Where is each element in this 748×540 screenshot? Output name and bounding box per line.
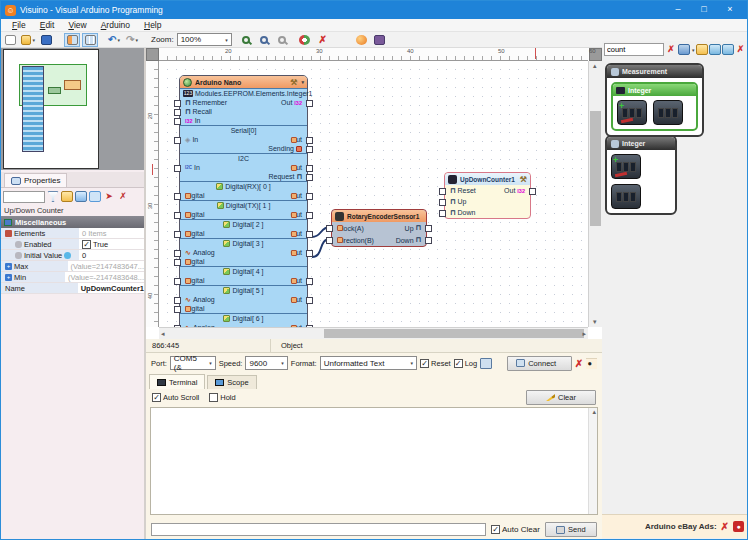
horizontal-scroll-thumb[interactable] [324, 329, 584, 338]
pin-digital[interactable]: Digital [185, 305, 204, 312]
new-project-button[interactable] [2, 33, 18, 47]
property-value[interactable]: (Value=2147483647... [68, 262, 144, 271]
pin-sending[interactable]: Sending [268, 145, 302, 152]
undo-button[interactable]: ↶▾ [106, 33, 122, 47]
speed-combobox[interactable]: 9600▾ [245, 356, 287, 370]
property-row-enabled[interactable]: Enabled✓True [1, 239, 144, 250]
rotary-header[interactable]: RotaryEncoderSensor1 [332, 210, 426, 222]
true-checkbox[interactable]: ✓ [82, 240, 91, 249]
rotary-encoder-block[interactable]: RotaryEncoderSensor1 Clock(A) Up⊓ Direct… [331, 209, 427, 247]
save-project-button[interactable] [38, 33, 54, 47]
arduino-settings-wrench-icon[interactable]: ⚒ [290, 78, 297, 87]
horizontal-scrollbar[interactable]: ◂ ▸ [159, 327, 588, 339]
screenshot-button[interactable] [372, 33, 388, 47]
pin-out[interactable]: Out [291, 277, 302, 284]
menu-view[interactable]: View [61, 20, 93, 30]
tab-terminal[interactable]: Terminal [149, 374, 205, 389]
updown-counter-component-tile[interactable]: + [617, 100, 647, 125]
scroll-left-icon[interactable]: ◂ [161, 330, 165, 338]
auto-clear-checkbox[interactable]: ✓Auto Clear [491, 525, 540, 534]
pin-reset[interactable]: ⊓Reset [450, 187, 476, 195]
clear-button[interactable]: Clear [526, 390, 596, 405]
property-row-min[interactable]: +Min(Value=-2147483648... [1, 272, 144, 283]
scroll-down-icon[interactable]: ▾ [593, 318, 597, 326]
send-button[interactable]: Send [545, 522, 597, 537]
terminal-scrollbar[interactable]: ▴ [588, 408, 597, 514]
counter-header[interactable]: UpDownCounter1 ⚒ [445, 173, 530, 185]
zoom-reset-button[interactable] [274, 33, 290, 47]
property-value[interactable]: UpDownCounter1 [78, 284, 144, 293]
property-value[interactable]: 0 [79, 251, 144, 260]
property-row-initial-value[interactable]: Initial Value0 [1, 250, 144, 261]
open-project-button[interactable]: ▾ [20, 33, 36, 47]
menu-file[interactable]: File [5, 20, 33, 30]
stop-ads-icon[interactable]: ● [733, 521, 744, 532]
arduino-nano-block[interactable]: Arduino Nano ⚒ ▾ 123Modules.EEPROM.Eleme… [179, 75, 308, 327]
property-value[interactable]: 0 Items [79, 229, 144, 238]
property-value[interactable]: ✓True [79, 240, 144, 249]
collapse-categories-icon[interactable] [722, 44, 734, 55]
pin-clock-a[interactable]: Clock(A) [337, 225, 364, 232]
property-row-name[interactable]: NameUpDownCounter1 [1, 283, 144, 294]
property-filter-input[interactable] [3, 191, 45, 203]
connect-button[interactable]: Connect [507, 356, 571, 371]
tab-object[interactable]: Object [271, 341, 313, 350]
pin-remember[interactable]: ⊓Remember [185, 99, 227, 107]
port-combobox[interactable]: COM5 (&▾ [170, 356, 216, 370]
property-value[interactable]: (Value=-2147483648... [65, 273, 144, 282]
arduino-dropdown-icon[interactable]: ▾ [301, 79, 304, 85]
refresh-button[interactable] [297, 33, 313, 47]
measurement-group-header[interactable]: Measurement [607, 65, 702, 78]
log-viewer-icon[interactable] [480, 358, 492, 369]
pin-down[interactable]: ⊓Down [450, 209, 475, 217]
scroll-right-icon[interactable]: ▸ [582, 330, 586, 338]
expand-categories-icon[interactable] [709, 44, 721, 55]
pin-digital[interactable]: Digital [185, 230, 204, 237]
pin-out[interactable]: Out [291, 192, 302, 199]
disconnect-x-icon[interactable]: ✗ [575, 358, 583, 369]
filter-user-icon[interactable] [678, 44, 690, 55]
web-help-button[interactable] [354, 33, 370, 47]
pin-direction-b[interactable]: Direction(B) [337, 237, 374, 244]
pin-up[interactable]: ⊓Up [450, 198, 466, 206]
pin-icon[interactable]: ➤ [103, 191, 115, 202]
menu-help[interactable]: Help [137, 20, 168, 30]
collapse-all-icon[interactable] [75, 191, 87, 202]
design-canvas[interactable]: Arduino Nano ⚒ ▾ 123Modules.EEPROM.Eleme… [159, 61, 588, 327]
redo-button[interactable]: ↷▾ [124, 33, 140, 47]
pin-recall[interactable]: ⊓Recall [185, 108, 212, 116]
component-search-input[interactable] [604, 43, 664, 56]
integer-group-header[interactable]: Integer [607, 137, 675, 150]
clear-filter-x-icon[interactable]: ✗ [117, 191, 129, 202]
pin-out[interactable]: Out [291, 249, 302, 256]
reset-checkbox[interactable]: ✓Reset [420, 359, 451, 368]
expand-all-icon[interactable] [61, 191, 73, 202]
counter-component-tile[interactable] [611, 184, 641, 209]
counter-component-tile[interactable] [653, 100, 683, 125]
pin-digital[interactable]: Digital [185, 192, 204, 199]
pin-digital[interactable]: Digital [185, 258, 204, 265]
pin-out[interactable]: Out [291, 230, 302, 237]
pin-in[interactable]: I2CIn [185, 164, 200, 171]
pin-digital[interactable]: Digital [185, 277, 204, 284]
arduino-header[interactable]: Arduino Nano ⚒ ▾ [180, 76, 307, 88]
menu-edit[interactable]: Edit [33, 20, 62, 30]
pin-out[interactable]: OutI32 [504, 187, 525, 194]
clear-search-x-icon[interactable]: ✗ [665, 44, 677, 55]
pin-out[interactable]: Out [291, 164, 302, 171]
new-category-folder-icon[interactable] [696, 44, 708, 55]
pin-in[interactable]: I32In [185, 117, 201, 124]
vertical-scrollbar[interactable]: ▴ ▾ [588, 61, 602, 327]
property-category-miscellaneous[interactable]: Miscellaneous [1, 216, 144, 228]
send-input[interactable] [151, 523, 486, 536]
zoom-combobox[interactable]: 100%▾ [177, 33, 232, 46]
pin-in[interactable]: ◈In [185, 136, 198, 144]
log-checkbox[interactable]: ✓Log [454, 359, 478, 368]
pin-out[interactable]: Out [291, 211, 302, 218]
close-palette-x-icon[interactable]: ✗ [735, 44, 747, 55]
minimap[interactable] [3, 49, 99, 169]
integer-subgroup-header[interactable]: Integer [613, 84, 696, 96]
pin-down[interactable]: Down⊓ [396, 236, 421, 244]
toggle-grid-button[interactable] [82, 33, 98, 47]
hold-checkbox[interactable]: Hold [209, 393, 235, 402]
